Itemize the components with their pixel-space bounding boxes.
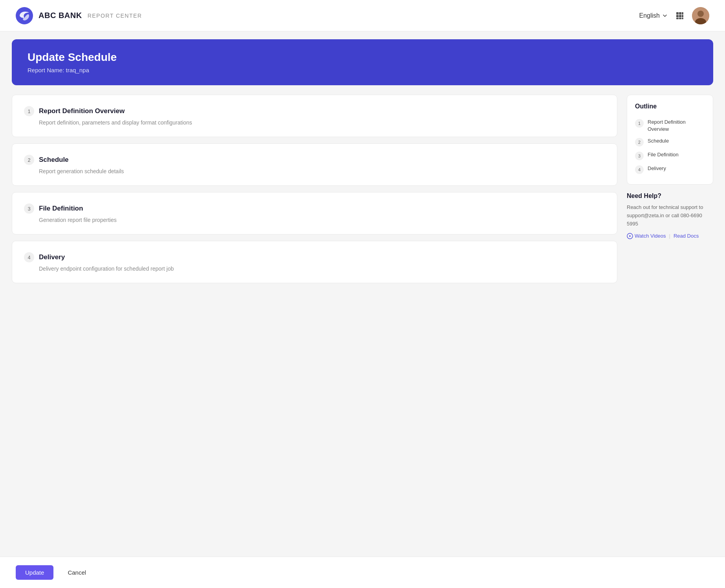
step-3-number: 3 <box>24 203 34 214</box>
svg-rect-5 <box>679 15 681 17</box>
step-4-number: 4 <box>24 252 34 262</box>
help-links: Watch Videos | Read Docs <box>627 233 713 239</box>
outline-item-2[interactable]: 2 Schedule <box>635 135 705 149</box>
step-1-header: 1 Report Definition Overview <box>24 106 605 116</box>
step-2-header: 2 Schedule <box>24 155 605 165</box>
outline-item-1[interactable]: 1 Report Definition Overview <box>635 116 705 135</box>
avatar[interactable] <box>692 7 709 24</box>
outline-item-3-number: 3 <box>635 152 644 160</box>
svg-rect-6 <box>682 15 683 17</box>
svg-rect-7 <box>676 18 679 19</box>
step-4-title: Delivery <box>39 253 65 261</box>
step-2-number: 2 <box>24 155 34 165</box>
step-1-title: Report Definition Overview <box>39 107 125 115</box>
outline-item-4-number: 4 <box>635 165 644 174</box>
outline-item-4-label: Delivery <box>648 165 666 172</box>
play-circle-icon <box>627 233 633 239</box>
step-3-description: Generation report file properties <box>39 217 605 223</box>
header-right: English <box>639 7 709 24</box>
svg-rect-8 <box>679 18 681 19</box>
svg-rect-9 <box>682 18 683 19</box>
step-2-description: Report generation schedule details <box>39 168 605 174</box>
abc-bank-logo <box>16 7 33 24</box>
main-content: 1 Report Definition Overview Report defi… <box>0 85 725 293</box>
svg-rect-3 <box>682 12 683 15</box>
step-card-4[interactable]: 4 Delivery Delivery endpoint configurati… <box>12 241 617 283</box>
update-button[interactable]: Update <box>16 565 53 580</box>
grid-apps-icon[interactable] <box>675 11 684 20</box>
pipe-divider: | <box>669 233 670 239</box>
step-card-3[interactable]: 3 File Definition Generation report file… <box>12 192 617 234</box>
app-header: ABC BANK REPORT CENTER English <box>0 0 725 31</box>
svg-point-11 <box>697 11 704 17</box>
step-1-description: Report definition, parameters and displa… <box>39 119 605 126</box>
cancel-button[interactable]: Cancel <box>60 565 94 580</box>
header-left: ABC BANK REPORT CENTER <box>16 7 142 24</box>
steps-section: 1 Report Definition Overview Report defi… <box>12 95 617 283</box>
step-4-description: Delivery endpoint configuration for sche… <box>39 266 605 272</box>
outline-item-1-label: Report Definition Overview <box>648 119 705 133</box>
chevron-down-icon <box>662 13 668 18</box>
help-text: Reach out for technical support to suppo… <box>627 203 713 228</box>
outline-item-3[interactable]: 3 File Definition <box>635 149 705 163</box>
step-3-title: File Definition <box>39 205 83 212</box>
report-center-label: REPORT CENTER <box>88 13 142 19</box>
sidebar: Outline 1 Report Definition Overview 2 S… <box>627 95 713 239</box>
outline-item-2-label: Schedule <box>648 137 669 145</box>
svg-rect-1 <box>676 12 679 15</box>
outline-item-4[interactable]: 4 Delivery <box>635 163 705 176</box>
report-name: Report Name: traq_npa <box>28 67 697 73</box>
page-banner: Update Schedule Report Name: traq_npa <box>12 39 713 85</box>
svg-rect-2 <box>679 12 681 15</box>
read-docs-label: Read Docs <box>674 233 699 239</box>
help-card: Need Help? Reach out for technical suppo… <box>627 192 713 239</box>
outline-item-2-number: 2 <box>635 138 644 147</box>
page-footer: Update Cancel <box>0 557 725 588</box>
outline-item-1-number: 1 <box>635 119 644 128</box>
svg-rect-4 <box>676 15 679 17</box>
language-label: English <box>639 12 660 19</box>
bank-name: ABC BANK <box>39 11 82 20</box>
step-card-1[interactable]: 1 Report Definition Overview Report defi… <box>12 95 617 137</box>
svg-point-0 <box>16 7 33 24</box>
step-2-title: Schedule <box>39 156 69 164</box>
watch-videos-label: Watch Videos <box>635 233 666 239</box>
read-docs-link[interactable]: Read Docs <box>674 233 699 239</box>
outline-item-3-label: File Definition <box>648 151 679 158</box>
language-selector[interactable]: English <box>639 12 668 19</box>
step-1-number: 1 <box>24 106 34 116</box>
outline-title: Outline <box>635 103 705 110</box>
help-title: Need Help? <box>627 192 713 200</box>
watch-videos-link[interactable]: Watch Videos <box>627 233 666 239</box>
step-3-header: 3 File Definition <box>24 203 605 214</box>
outline-card: Outline 1 Report Definition Overview 2 S… <box>627 95 713 185</box>
page-title: Update Schedule <box>28 51 697 64</box>
step-card-2[interactable]: 2 Schedule Report generation schedule de… <box>12 143 617 186</box>
step-4-header: 4 Delivery <box>24 252 605 262</box>
